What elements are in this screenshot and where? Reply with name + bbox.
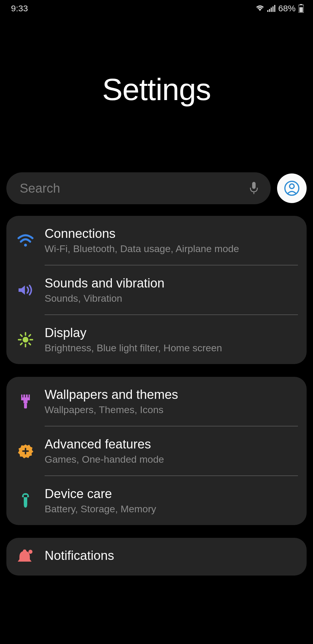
settings-group: Notifications [6, 538, 307, 576]
item-connections[interactable]: Connections Wi-Fi, Bluetooth, Data usage… [6, 216, 307, 265]
settings-list: Connections Wi-Fi, Bluetooth, Data usage… [0, 204, 313, 576]
item-title: Sounds and vibration [45, 276, 298, 290]
sound-icon [6, 284, 45, 296]
svg-rect-27 [24, 403, 27, 408]
mic-icon[interactable] [249, 181, 259, 195]
item-subtitle: Games, One-handed mode [45, 454, 298, 465]
svg-rect-2 [271, 8, 272, 12]
svg-point-11 [290, 184, 294, 189]
item-title: Notifications [45, 548, 298, 563]
status-bar: 9:33 68% [0, 0, 313, 17]
status-time: 9:33 [11, 3, 28, 13]
svg-point-13 [23, 337, 28, 343]
signal-icon [267, 5, 275, 12]
item-title: Connections [45, 226, 298, 241]
wifi-icon [6, 234, 45, 247]
svg-rect-26 [23, 400, 28, 403]
svg-rect-7 [299, 7, 303, 12]
brush-icon [6, 394, 45, 409]
item-subtitle: Wi-Fi, Bluetooth, Data usage, Airplane m… [45, 243, 298, 254]
svg-rect-8 [252, 182, 256, 189]
notifications-icon [6, 549, 45, 564]
svg-rect-0 [267, 10, 268, 12]
item-title: Wallpapers and themes [45, 387, 298, 402]
svg-line-20 [29, 335, 30, 336]
battery-icon [299, 4, 304, 13]
page-title: Settings [0, 72, 313, 107]
svg-line-18 [21, 335, 22, 336]
svg-rect-4 [274, 5, 275, 12]
item-subtitle: Sounds, Vibration [45, 293, 298, 304]
svg-rect-1 [269, 9, 270, 12]
wifi-icon [256, 5, 264, 12]
settings-group: Wallpapers and themes Wallpapers, Themes… [6, 377, 307, 525]
item-title: Display [45, 325, 298, 340]
item-title: Advanced features [45, 437, 298, 451]
svg-point-12 [24, 244, 27, 247]
account-button[interactable] [277, 173, 307, 203]
item-display[interactable]: Display Brightness, Blue light filter, H… [6, 315, 307, 364]
svg-rect-3 [272, 6, 274, 12]
gear-plus-icon [6, 443, 45, 459]
search-placeholder: Search [20, 181, 249, 196]
item-wallpapers[interactable]: Wallpapers and themes Wallpapers, Themes… [6, 377, 307, 426]
status-right: 68% [256, 3, 304, 13]
item-device-care[interactable]: Device care Battery, Storage, Memory [6, 476, 307, 525]
settings-group: Connections Wi-Fi, Bluetooth, Data usage… [6, 216, 307, 364]
item-advanced[interactable]: Advanced features Games, One-handed mode [6, 426, 307, 475]
item-subtitle: Brightness, Blue light filter, Home scre… [45, 342, 298, 354]
item-notifications[interactable]: Notifications [6, 538, 307, 576]
svg-line-21 [21, 343, 22, 345]
item-title: Device care [45, 486, 298, 501]
svg-point-30 [28, 550, 32, 554]
svg-line-19 [29, 343, 30, 345]
item-subtitle: Wallpapers, Themes, Icons [45, 404, 298, 415]
wrench-icon [6, 493, 45, 509]
search-row: Search [6, 172, 307, 204]
search-input[interactable]: Search [6, 172, 271, 204]
brightness-icon [6, 332, 45, 348]
item-sounds[interactable]: Sounds and vibration Sounds, Vibration [6, 265, 307, 314]
battery-percent: 68% [278, 3, 296, 13]
account-icon [284, 180, 300, 196]
item-subtitle: Battery, Storage, Memory [45, 503, 298, 515]
